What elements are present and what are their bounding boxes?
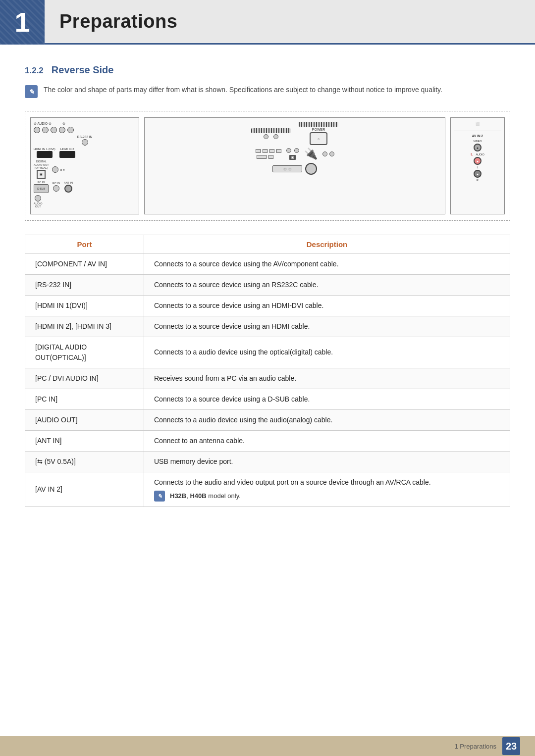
table-row: [PC / DVI AUDIO IN]Receives sound from a… [25,368,510,389]
table-row: [⇆ (5V 0.5A)]USB memory device port. [25,451,510,472]
table-cell-desc: Connects to a source device using the AV… [144,253,510,274]
component-port-1 [34,127,40,133]
col-port-header: Port [25,235,144,253]
table-row: [COMPONENT / AV IN]Connects to a source … [25,253,510,274]
audio-out-label: AUDIOOUT [34,202,42,208]
table-row: [HDMI IN 2], [HDMI IN 3]Connects to a so… [25,316,510,337]
section-title: Reverse Side [52,64,114,76]
right-panel-top-label: ⬜ [476,122,480,126]
table-row: [AUDIO OUT]Connects to a audio device us… [25,409,510,430]
component-port-3 [51,127,57,133]
diagram-area: ⊙ AUDIO ⊙ ⊙ RS-232 IN [25,111,510,221]
ant-in-port [64,185,72,193]
note-icon: ✎ [25,85,38,98]
footer-page-number: 23 [502,737,520,755]
chapter-number: 1 [14,8,30,36]
component-port-4 [59,127,65,133]
table-cell-desc: Connects to a audio device using the aud… [144,409,510,430]
table-cell-port: [DIGITAL AUDIO OUT(OPTICAL)] [25,337,144,368]
table-cell-desc: Connects to a source device using an HDM… [144,316,510,337]
component-port-5 [67,127,74,133]
rc-in-label: RC IN [53,182,60,185]
table-row: [DIGITAL AUDIO OUT(OPTICAL)]Connects to … [25,337,510,368]
col-desc-header: Description [144,235,510,253]
table-cell-port: [ANT IN] [25,430,144,451]
table-cell-desc: USB memory device port. [144,451,510,472]
component-av-in-section: ⊙ AUDIO ⊙ ⊙ [34,122,136,133]
table-row: [PC IN]Connects to a source device using… [25,389,510,409]
note-box: ✎ The color and shape of parts may diffe… [25,85,510,98]
power-button: ○ [310,132,327,145]
table-cell-desc: Connect to an antenna cable. [144,430,510,451]
chapter-number-block: 1 [0,0,45,45]
table-cell-desc: Connects to a source device using an RS2… [144,274,510,295]
table-cell-port: [RS-232 IN] [25,274,144,295]
diagram-middle-panel: POWER ○ [144,117,445,214]
audio-l-port: ● [474,157,482,165]
table-cell-port: [HDMI IN 2], [HDMI IN 3] [25,316,144,337]
table-row: [HDMI IN 1(DVI)]Connects to a source dev… [25,295,510,316]
section-heading: 1.2.2 Reverse Side [25,64,510,76]
table-cell-port: [PC IN] [25,389,144,409]
hdmi2-label: HDMI IN 2 [60,148,74,151]
mid-bottom-ports: ⊙ ⊙ [272,165,302,172]
table-cell-desc: Connects to a source device using a D-SU… [144,389,510,409]
hdmi1-port [37,151,53,158]
table-cell-desc: Connects to a audio device using the opt… [144,337,510,368]
diagram-left-panel: ⊙ AUDIO ⊙ ⊙ RS-232 IN [30,117,139,214]
av-in-2-section: AV IN 2 [472,134,483,138]
pc-in-label: PC IN [38,181,45,184]
audio-out-port [35,195,41,202]
rc-in-port [53,185,59,192]
diagram-right-panel: ⬜ AV IN 2 VIDEO ● L AUDIO ● L ● [450,117,505,214]
table-row: [AV IN 2]Connects to the audio and video… [25,472,510,506]
footer-section-label: 1 Preparations [454,743,496,750]
mid-round-knob [305,163,317,175]
section-number: 1.2.2 [25,66,44,76]
rs232-label: RS-232 IN [34,135,136,139]
table-row: [RS-232 IN]Connects to a source device u… [25,274,510,295]
table-cell-port: [COMPONENT / AV IN] [25,253,144,274]
page-content: 1.2.2 Reverse Side ✎ The color and shape… [0,45,535,537]
table-cell-port: [HDMI IN 1(DVI)] [25,295,144,316]
hdmi2-port [59,151,75,158]
table-note-text: H32B, H40B model only. [170,491,241,501]
ant-in-label: ANT IN [64,181,73,184]
page-footer: 1 Preparations 23 [0,736,535,756]
note-text: The color and shape of parts may differ … [44,85,442,95]
component-port-2 [42,127,49,133]
table-cell-desc: Receives sound from a PC via an audio ca… [144,368,510,389]
chapter-title-block: Preparations [45,0,535,45]
optical-label: DIGITALAUDIO OUT(OPTICAL) [34,160,49,170]
table-cell-port: [⇆ (5V 0.5A)] [25,451,144,472]
table-cell-port: [AUDIO OUT] [25,409,144,430]
table-cell-port: [AV IN 2] [25,472,144,506]
audio-r-port: ● [474,170,482,178]
port-description-table: Port Description [COMPONENT / AV IN]Conn… [25,235,510,507]
rs232-port [82,139,88,146]
table-note-icon: ✎ [154,491,165,502]
table-cell-desc: Connects to a source device using an HDM… [144,295,510,316]
video-port-section: VIDEO ● L AUDIO ● L ● R [471,140,484,182]
pc-audio-port [52,166,58,173]
table-row: [ANT IN]Connect to an antenna cable. [25,430,510,451]
power-label: POWER [312,128,325,131]
usb-symbol: [⇆ (5V 0.5A)] [35,457,76,465]
optical-port: ▣ [37,170,46,179]
mid-bar-1 [251,128,291,133]
table-cell-port: [PC / DVI AUDIO IN] [25,368,144,389]
table-cell-desc: Connects to the audio and video output p… [144,472,510,506]
chapter-title: Preparations [59,11,177,32]
pc-in-port: D-SUB [34,184,49,193]
page-header: 1 Preparations [0,0,535,45]
hdmi1-label: HDMI IN 1 (DVI) [34,148,55,151]
table-header-row: Port Description [25,235,510,253]
power-cord-icon: 🔌 [304,149,318,159]
video-port-circle: ● [474,144,482,151]
mid-bar-2 [299,122,338,127]
table-note: ✎H32B, H40B model only. [154,491,500,502]
